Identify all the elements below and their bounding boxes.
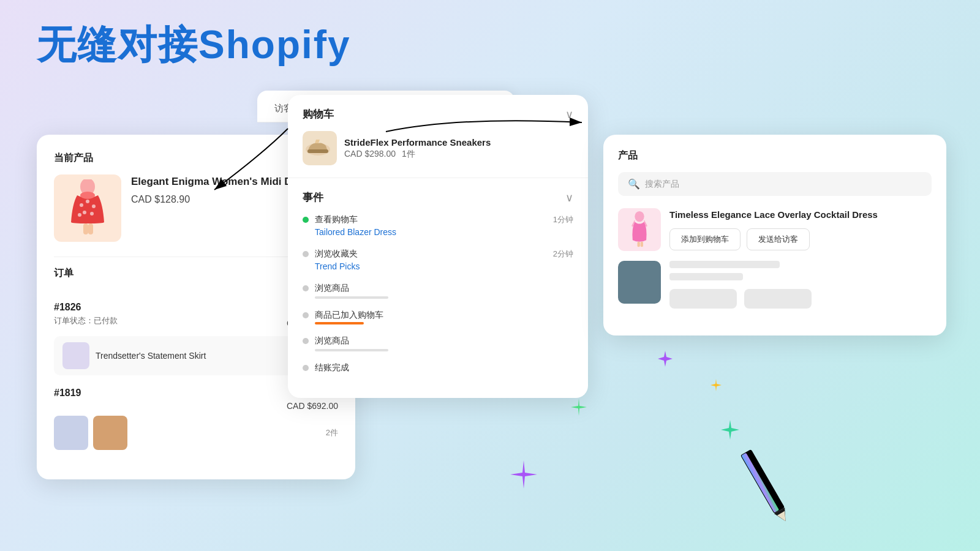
event-dot-3 xyxy=(303,285,309,291)
svg-rect-9 xyxy=(88,223,93,234)
event-bar-4 xyxy=(315,322,364,324)
search-icon: 🔍 xyxy=(628,178,640,190)
svg-rect-18 xyxy=(741,453,779,513)
event-link-1[interactable]: Tailored Blazer Dress xyxy=(315,227,396,237)
cart-item: StrideFlex Performance Sneakers CAD $298… xyxy=(303,131,573,165)
svg-rect-13 xyxy=(638,242,640,247)
pencil-icon xyxy=(727,438,805,536)
event-title-1: 查看购物车 xyxy=(315,214,547,225)
orders-label: 订单 xyxy=(54,267,74,280)
event-bar-3 xyxy=(315,296,388,299)
event-link-2[interactable]: Trend Picks xyxy=(315,261,360,271)
event-time-1: 1分钟 xyxy=(553,214,573,225)
order-item-img2-1819 xyxy=(93,416,127,450)
event-content-2: 浏览收藏夹 Trend Picks xyxy=(315,249,547,272)
sparkle-purple xyxy=(508,459,539,490)
svg-point-6 xyxy=(90,212,94,216)
svg-marker-19 xyxy=(774,508,791,524)
product-actions-1: 添加到购物车 发送给访客 xyxy=(669,228,932,250)
sparkle-yellow xyxy=(709,378,723,392)
order-amount-1819: CAD $692.00 xyxy=(54,401,338,411)
svg-point-5 xyxy=(83,211,86,214)
event-title-5: 浏览商品 xyxy=(315,335,573,347)
search-placeholder-text: 搜索产品 xyxy=(645,179,679,190)
send-to-visitor-button-1[interactable]: 发送给访客 xyxy=(747,228,810,250)
right-panel-title: 产品 xyxy=(618,149,932,162)
order-item-img-1826 xyxy=(62,342,89,369)
cart-chevron[interactable]: ∨ xyxy=(565,108,573,121)
product-info-2 xyxy=(669,261,932,311)
event-add-to-cart: 商品已加入购物车 xyxy=(303,310,573,324)
sparkle-green xyxy=(570,398,588,416)
product-img-1 xyxy=(618,208,661,251)
order-items-multi-1819: 2件 xyxy=(54,416,338,450)
add-to-cart-button-1[interactable]: 添加到购物车 xyxy=(669,228,741,250)
cocktail-dress-icon xyxy=(624,211,655,248)
cart-item-info: StrideFlex Performance Sneakers CAD $298… xyxy=(344,137,573,160)
svg-rect-8 xyxy=(83,223,88,234)
event-checkout: 结账完成 xyxy=(303,362,573,375)
dress-icon xyxy=(66,179,109,238)
event-time-2: 2分钟 xyxy=(553,249,573,260)
cart-header: 购物车 ∨ xyxy=(303,107,573,121)
product-btn-area-2 xyxy=(669,289,932,311)
event-title-3: 浏览商品 xyxy=(315,283,573,294)
product-name-bar2-2 xyxy=(669,273,743,280)
cart-item-image xyxy=(303,131,337,165)
order-id-1819: #1819 xyxy=(54,388,81,399)
events-header: 事件 ∨ xyxy=(303,190,573,204)
svg-rect-14 xyxy=(641,242,643,247)
cart-title: 购物车 xyxy=(303,107,334,121)
product-info: Elegant Enigma Women's Midi Dress CAD $1… xyxy=(131,174,314,205)
events-section: 事件 ∨ 查看购物车 Tailored Blazer Dress 1分钟 浏览收… xyxy=(288,178,588,398)
svg-point-3 xyxy=(86,200,89,203)
svg-point-4 xyxy=(92,204,96,208)
product-name-bar-2 xyxy=(669,261,780,268)
product-item-1: Timeless Elegance Lace Overlay Cocktail … xyxy=(618,208,932,251)
svg-point-1 xyxy=(80,192,95,199)
event-content-3: 浏览商品 xyxy=(315,283,573,299)
event-browse-product-2: 浏览商品 xyxy=(303,335,573,351)
sparkle-green2 xyxy=(719,419,741,441)
svg-point-7 xyxy=(78,213,81,217)
order-id-1826: #1826 xyxy=(54,302,81,313)
product-name: Elegant Enigma Women's Midi Dress xyxy=(131,174,314,189)
event-title-4: 商品已加入购物车 xyxy=(315,310,573,321)
order-item-img1-1819 xyxy=(54,416,88,450)
order-qty-1819: 2件 xyxy=(326,427,338,438)
send-visitor-bar-2 xyxy=(744,289,812,309)
event-view-cart: 查看购物车 Tailored Blazer Dress 1分钟 xyxy=(303,214,573,238)
order-item-name-1826: Trendsetter's Statement Skirt xyxy=(96,351,311,361)
event-bar-5 xyxy=(315,349,388,351)
svg-point-2 xyxy=(80,203,83,207)
cart-item-name: StrideFlex Performance Sneakers xyxy=(344,137,573,148)
sneaker-icon xyxy=(303,131,333,162)
events-title: 事件 xyxy=(303,190,323,204)
event-dot-2 xyxy=(303,251,309,257)
event-content-5: 浏览商品 xyxy=(315,335,573,351)
right-panel: 产品 🔍 搜索产品 Timeless Elegance Lace Overlay… xyxy=(603,135,946,335)
event-content-4: 商品已加入购物车 xyxy=(315,310,573,324)
svg-rect-11 xyxy=(307,149,328,153)
product-info-1: Timeless Elegance Lace Overlay Cocktail … xyxy=(669,208,932,250)
middle-panel: 购物车 ∨ StrideFlex Performance Sneakers CA… xyxy=(288,95,588,398)
svg-point-12 xyxy=(635,211,644,222)
product-img-2 xyxy=(618,261,661,304)
sparkle-purple2 xyxy=(657,350,674,367)
search-bar[interactable]: 🔍 搜索产品 xyxy=(618,172,932,196)
cart-item-price: CAD $298.00 1件 xyxy=(344,149,573,160)
event-browse-product-1: 浏览商品 xyxy=(303,283,573,299)
product-name-1: Timeless Elegance Lace Overlay Cocktail … xyxy=(669,208,932,221)
event-content-1: 查看购物车 Tailored Blazer Dress xyxy=(315,214,547,238)
page-title: 无缝对接Shopify xyxy=(37,18,351,72)
order-status-1826: 订单状态：已付款 xyxy=(54,315,118,326)
event-browse-collection: 浏览收藏夹 Trend Picks 2分钟 xyxy=(303,249,573,272)
event-dot-1 xyxy=(303,217,309,223)
event-dot-5 xyxy=(303,338,309,344)
events-chevron[interactable]: ∨ xyxy=(565,191,573,204)
product-image xyxy=(54,174,121,242)
product-item-2 xyxy=(618,261,932,311)
cart-section: 购物车 ∨ StrideFlex Performance Sneakers CA… xyxy=(288,95,588,178)
add-cart-bar-2 xyxy=(669,289,737,309)
svg-rect-17 xyxy=(741,449,785,514)
